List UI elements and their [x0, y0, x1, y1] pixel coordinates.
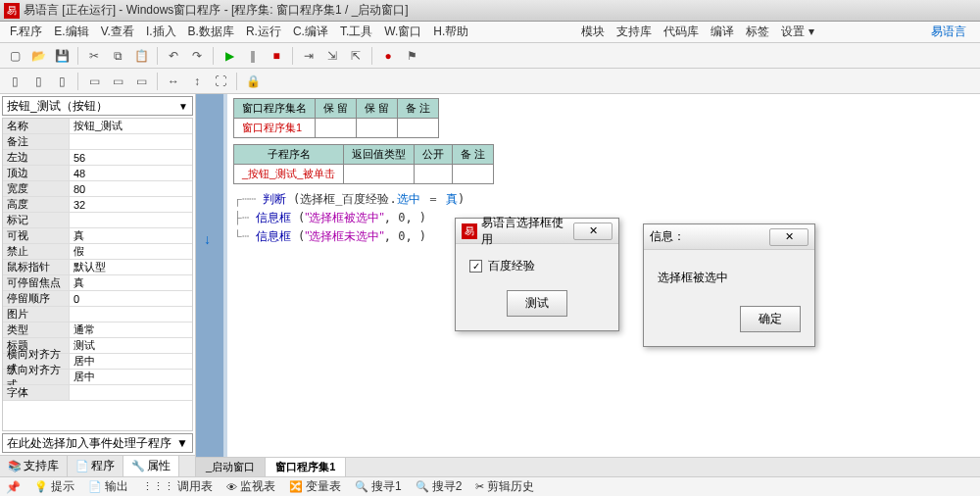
open-icon[interactable]: 📂 [27, 45, 49, 67]
prop-row[interactable]: 可停留焦点真 [3, 275, 192, 291]
event-selector[interactable]: 在此处选择加入事件处理子程序 ▼ [2, 433, 193, 453]
align-middle-icon[interactable]: ▭ [107, 71, 128, 92]
menu-view[interactable]: V.查看 [95, 22, 140, 42]
prop-row[interactable]: 类型通常 [3, 322, 192, 338]
prop-row[interactable]: 左边56 [3, 150, 192, 166]
object-selector[interactable]: 按钮_测试（按钮） ▼ [2, 96, 193, 116]
prop-row[interactable]: 字体 [3, 385, 192, 401]
menu-lib[interactable]: 支持库 [611, 22, 658, 42]
checkbox-baidu[interactable]: ✓ 百度经验 [469, 258, 605, 274]
prop-value[interactable] [70, 385, 192, 400]
prop-value[interactable]: 通常 [70, 322, 192, 337]
prop-row[interactable]: 可视真 [3, 228, 192, 244]
menu-compile2[interactable]: 编译 [705, 22, 740, 42]
bookmark-icon[interactable]: ⚑ [401, 45, 422, 67]
save-icon[interactable]: 💾 [51, 45, 73, 67]
dialog-titlebar[interactable]: 易 易语言选择框使用 ✕ [456, 219, 618, 244]
same-height-icon[interactable]: ↕ [186, 71, 208, 92]
new-icon[interactable]: ▢ [4, 45, 25, 67]
prop-row[interactable]: 备注 [3, 134, 192, 150]
prop-value[interactable]: 0 [70, 291, 192, 306]
ok-button[interactable]: 确定 [740, 306, 801, 332]
status-hint[interactable]: 💡 提示 [34, 478, 74, 495]
close-button[interactable]: ✕ [573, 223, 612, 240]
cut-icon[interactable]: ✂ [83, 45, 105, 67]
prop-row[interactable]: 名称按钮_测试 [3, 119, 192, 134]
prop-value[interactable]: 按钮_测试 [70, 119, 192, 133]
assembly-name-cell[interactable]: 窗口程序集1 [234, 119, 316, 138]
status-vars[interactable]: 🔀 变量表 [289, 478, 341, 495]
paste-icon[interactable]: 📋 [130, 45, 152, 67]
lock-icon[interactable]: 🔒 [242, 71, 264, 92]
prop-row[interactable]: 停留顺序0 [3, 291, 192, 307]
align-bottom-icon[interactable]: ▭ [130, 71, 152, 92]
close-button[interactable]: ✕ [769, 228, 808, 246]
prop-value[interactable] [70, 307, 192, 322]
pause-icon[interactable]: ‖ [242, 45, 264, 67]
prop-value[interactable] [70, 213, 192, 227]
prop-row[interactable]: 禁止假 [3, 244, 192, 260]
pin-icon[interactable]: 📌 [6, 480, 21, 494]
menu-edit[interactable]: E.编辑 [48, 22, 94, 42]
prop-value[interactable]: 真 [70, 228, 192, 243]
breakpoint-icon[interactable]: ● [377, 45, 399, 67]
prop-row[interactable]: 高度32 [3, 197, 192, 213]
prop-value[interactable]: 测试 [70, 338, 192, 353]
menu-settings[interactable]: 设置 ▾ [775, 22, 819, 42]
same-width-icon[interactable]: ↔ [163, 71, 184, 92]
code-line[interactable]: ┌┄┄ 判断 (选择框_百度经验.选中 ＝ 真) [233, 190, 980, 209]
cell[interactable] [398, 119, 439, 138]
menu-database[interactable]: B.数据库 [182, 22, 240, 42]
tab-start-window[interactable]: _启动窗口 [196, 458, 266, 476]
tab-support-lib[interactable]: 📚 支持库 [0, 456, 68, 476]
cell[interactable] [344, 165, 415, 184]
status-watch[interactable]: 👁 监视表 [226, 478, 275, 495]
prop-row[interactable]: 纵向对齐方式居中 [3, 370, 192, 385]
step-out-icon[interactable]: ⇱ [345, 45, 367, 67]
status-search2[interactable]: 🔍 搜寻2 [416, 478, 463, 495]
menu-insert[interactable]: I.插入 [140, 22, 182, 42]
prop-row[interactable]: 鼠标指针默认型 [3, 260, 192, 275]
cell[interactable] [453, 165, 494, 184]
prop-row[interactable]: 顶边48 [3, 166, 192, 181]
cell[interactable] [357, 119, 398, 138]
prop-value[interactable] [70, 134, 192, 149]
menu-compile[interactable]: C.编译 [287, 22, 334, 42]
cell[interactable] [415, 165, 453, 184]
status-clipboard[interactable]: ✂ 剪辑历史 [475, 478, 534, 495]
align-left-icon[interactable]: ▯ [4, 71, 25, 92]
menu-window[interactable]: W.窗口 [378, 22, 427, 42]
menu-run[interactable]: R.运行 [240, 22, 287, 42]
status-calltable[interactable]: ⋮⋮⋮ 调用表 [142, 478, 213, 495]
cell[interactable] [316, 119, 357, 138]
stop-icon[interactable]: ■ [266, 45, 287, 67]
prop-row[interactable]: 标记 [3, 213, 192, 228]
test-button[interactable]: 测试 [507, 290, 567, 317]
prop-value[interactable]: 48 [70, 166, 192, 180]
menu-tools[interactable]: T.工具 [334, 22, 378, 42]
align-right-icon[interactable]: ▯ [51, 71, 73, 92]
align-center-icon[interactable]: ▯ [27, 71, 49, 92]
step-into-icon[interactable]: ⇲ [321, 45, 343, 67]
copy-icon[interactable]: ⧉ [107, 45, 128, 67]
tab-program[interactable]: 📄 程序 [68, 456, 123, 476]
prop-row[interactable]: 宽度80 [3, 181, 192, 197]
status-output[interactable]: 📄 输出 [88, 478, 128, 495]
undo-icon[interactable]: ↶ [163, 45, 184, 67]
run-icon[interactable]: ▶ [219, 45, 240, 67]
menu-help[interactable]: H.帮助 [427, 22, 474, 42]
align-top-icon[interactable]: ▭ [83, 71, 105, 92]
prop-value[interactable]: 真 [70, 275, 192, 290]
prop-value[interactable]: 80 [70, 181, 192, 196]
status-search1[interactable]: 🔍 搜寻1 [355, 478, 402, 495]
brand-link[interactable]: 易语言 [921, 24, 976, 40]
menu-tags[interactable]: 标签 [740, 22, 775, 42]
redo-icon[interactable]: ↷ [186, 45, 208, 67]
menu-codelib[interactable]: 代码库 [658, 22, 705, 42]
step-over-icon[interactable]: ⇥ [298, 45, 319, 67]
same-size-icon[interactable]: ⛶ [210, 71, 231, 92]
prop-value[interactable]: 默认型 [70, 260, 192, 274]
tab-properties[interactable]: 🔧 属性 [123, 456, 179, 476]
property-grid[interactable]: 名称按钮_测试备注左边56顶边48宽度80高度32标记可视真禁止假鼠标指针默认型… [2, 118, 193, 431]
dialog-titlebar[interactable]: 信息： ✕ [644, 224, 814, 250]
